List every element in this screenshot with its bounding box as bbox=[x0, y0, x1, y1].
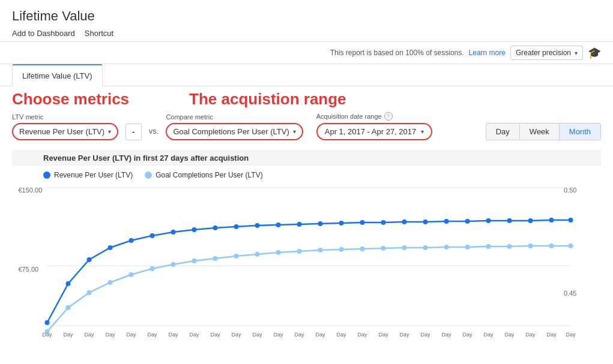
chart-dot-light bbox=[444, 245, 449, 249]
chart-dot-light bbox=[150, 266, 155, 271]
report-notice: This report is based on 100% of sessions… bbox=[330, 49, 464, 57]
compare-metric-label: Compare metric bbox=[166, 113, 303, 121]
vs-label: vs. bbox=[149, 127, 159, 140]
chart-dot bbox=[528, 218, 533, 223]
ltv-metric-value: Revenue Per User (LTV) bbox=[19, 127, 104, 136]
svg-text:3: 3 bbox=[109, 337, 112, 338]
chart-dot-light bbox=[549, 243, 554, 248]
chart-dot-light bbox=[486, 244, 491, 249]
chart-dot bbox=[423, 219, 428, 224]
chart-subtitle: Revenue Per User (LTV) in first 27 days … bbox=[12, 150, 601, 166]
mortar-board-icon[interactable]: 🎓 bbox=[588, 46, 601, 59]
add-to-dashboard-link[interactable]: Add to Dashboard bbox=[12, 29, 75, 38]
chart-dot-light bbox=[276, 250, 281, 255]
chart-dot-light bbox=[108, 280, 113, 285]
svg-text:10: 10 bbox=[254, 337, 260, 338]
chart-dot bbox=[360, 220, 365, 225]
svg-text:8: 8 bbox=[214, 337, 217, 338]
chart-dot bbox=[318, 221, 323, 226]
chart-dot bbox=[549, 218, 554, 222]
acquisition-range-annotation: The acquistion range bbox=[189, 90, 346, 109]
help-icon[interactable]: ? bbox=[384, 112, 393, 121]
acquisition-date-group: Acquisition date range ? Apr 1, 2017 - A… bbox=[316, 112, 433, 140]
tab-ltv[interactable]: Lifetime Value (LTV) bbox=[12, 64, 103, 86]
chart-dot bbox=[108, 245, 113, 250]
chart-dot-light bbox=[569, 243, 573, 248]
chart-dot bbox=[402, 219, 407, 224]
chart-dot-light bbox=[423, 245, 428, 250]
compare-chevron-icon: ▾ bbox=[293, 128, 296, 135]
svg-text:25: 25 bbox=[567, 337, 573, 338]
chart-dot bbox=[66, 281, 71, 286]
chart-dot bbox=[129, 238, 134, 243]
precision-label: Greater precision bbox=[516, 49, 571, 57]
legend-item-revenue: Revenue Per User (LTV) bbox=[43, 171, 133, 179]
chart-container: €150.00 €75.00 0.50 0.45 bbox=[12, 182, 601, 339]
chart-dot-light bbox=[402, 245, 407, 250]
revenue-line bbox=[47, 220, 571, 323]
chart-legend: Revenue Per User (LTV) Goal Completions … bbox=[12, 171, 601, 179]
week-button[interactable]: Week bbox=[520, 123, 560, 140]
legend-label-revenue: Revenue Per User (LTV) bbox=[54, 171, 133, 179]
svg-text:9: 9 bbox=[235, 337, 238, 338]
day-week-month-group: Day Week Month bbox=[486, 123, 601, 140]
compare-metric-value: Goal Completions Per User (LTV) bbox=[173, 127, 289, 136]
month-button[interactable]: Month bbox=[560, 123, 601, 140]
chart-dot bbox=[213, 225, 218, 230]
choose-metrics-annotation: Choose metrics bbox=[12, 90, 129, 109]
chart-dot-light bbox=[318, 248, 323, 252]
chart-dot bbox=[569, 218, 573, 222]
svg-text:16: 16 bbox=[380, 337, 386, 338]
annotation-row: Choose metrics The acquistion range bbox=[0, 86, 613, 109]
svg-text:6: 6 bbox=[172, 337, 175, 338]
ltv-metric-select[interactable]: Revenue Per User (LTV) ▾ bbox=[12, 123, 118, 140]
chart-dot bbox=[276, 222, 281, 227]
chart-dot bbox=[150, 233, 155, 238]
chart-dot bbox=[381, 220, 386, 225]
chart-dot bbox=[444, 219, 449, 224]
chart-dot-light bbox=[192, 258, 197, 263]
compare-metric-select[interactable]: Goal Completions Per User (LTV) ▾ bbox=[166, 123, 303, 140]
chart-dot bbox=[192, 227, 197, 232]
date-chevron-icon: ▾ bbox=[421, 128, 424, 135]
chart-dot bbox=[507, 218, 512, 223]
chart-dot-light bbox=[87, 290, 92, 295]
goal-line bbox=[47, 246, 571, 332]
svg-text:24: 24 bbox=[548, 337, 554, 338]
svg-text:21: 21 bbox=[485, 337, 491, 338]
date-range-select[interactable]: Apr 1, 2017 - Apr 27, 2017 ▾ bbox=[316, 123, 433, 140]
svg-text:7: 7 bbox=[193, 337, 196, 338]
chart-dot bbox=[297, 222, 302, 227]
chart-dot-light bbox=[234, 254, 239, 258]
minus-button[interactable]: - bbox=[125, 124, 142, 140]
top-info-bar: This report is based on 100% of sessions… bbox=[0, 42, 613, 64]
svg-text:15: 15 bbox=[359, 337, 365, 338]
day-button[interactable]: Day bbox=[486, 123, 520, 140]
shortcut-link[interactable]: Shortcut bbox=[85, 29, 113, 38]
chart-dot-light bbox=[171, 262, 176, 267]
svg-text:18: 18 bbox=[422, 337, 428, 338]
ltv-chevron-icon: ▾ bbox=[108, 128, 111, 135]
header-actions: Add to Dashboard Shortcut bbox=[12, 29, 601, 38]
svg-text:20: 20 bbox=[464, 337, 470, 338]
svg-text:23: 23 bbox=[527, 337, 533, 338]
svg-text:4: 4 bbox=[130, 337, 133, 338]
tab-bar: Lifetime Value (LTV) bbox=[0, 64, 613, 86]
chart-dot-light bbox=[297, 249, 302, 254]
legend-dot-goal bbox=[145, 172, 152, 179]
chart-svg: €150.00 €75.00 0.50 0.45 bbox=[12, 182, 601, 338]
chart-dot bbox=[234, 224, 239, 229]
learn-more-link[interactable]: Learn more bbox=[469, 49, 506, 57]
svg-text:0: 0 bbox=[46, 337, 49, 338]
page-wrapper: Lifetime Value Add to Dashboard Shortcut… bbox=[0, 0, 613, 345]
chart-dot-light bbox=[507, 244, 512, 249]
precision-dropdown[interactable]: Greater precision ▾ bbox=[510, 46, 583, 60]
chart-dot-light bbox=[339, 247, 344, 252]
legend-dot-revenue bbox=[43, 172, 50, 179]
ltv-metric-label: LTV metric bbox=[12, 113, 118, 121]
chart-dot-light bbox=[255, 252, 260, 257]
chart-dot bbox=[45, 320, 50, 325]
compare-metric-group: Compare metric Goal Completions Per User… bbox=[166, 113, 303, 140]
svg-text:2: 2 bbox=[88, 337, 91, 338]
svg-text:0.45: 0.45 bbox=[564, 290, 576, 297]
